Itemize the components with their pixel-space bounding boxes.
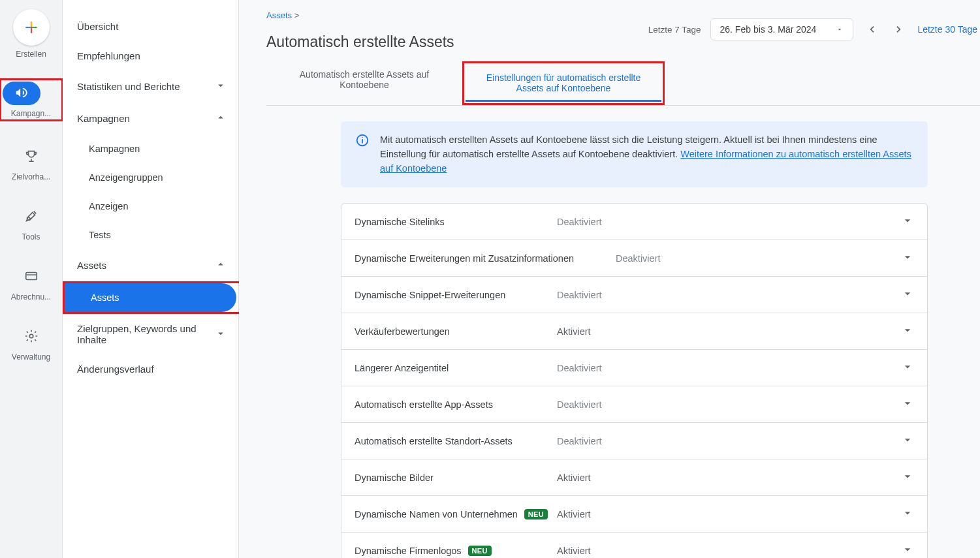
setting-title: Dynamische Snippet-Erweiterungen [355, 290, 557, 300]
nav-group[interactable]: Statistiken und Berichte [63, 70, 238, 102]
rail-item-gear[interactable]: Verwaltung [0, 325, 63, 362]
nav-group-label: Assets [77, 260, 106, 271]
chevron-down-icon [901, 324, 914, 339]
chevron-down-icon [901, 506, 914, 521]
setting-status: Aktiviert [557, 473, 591, 483]
chevron-up-icon [215, 112, 227, 125]
setting-title-text: Automatisch erstellte App-Assets [355, 399, 493, 410]
chevron-up-icon [215, 258, 227, 272]
chevron-down-icon [901, 543, 914, 558]
neu-badge: NEU [468, 546, 492, 556]
main-content: Assets > Letzte 7 Tage 26. Feb bis 3. Mä… [239, 0, 980, 558]
nav-subitem[interactable]: Assets [65, 283, 236, 312]
setting-title-text: Automatisch erstellte Standort-Assets [355, 436, 513, 446]
setting-title: Automatisch erstellte App-Assets [355, 399, 557, 410]
nav-subitem[interactable]: Tests [63, 221, 238, 249]
rail-item-card[interactable]: Abrechnu... [0, 265, 63, 302]
info-text-wrap: Mit automatisch erstellten Assets auf Ko… [380, 133, 913, 176]
setting-row[interactable]: Dynamische Erweiterungen mit Zusatzinfor… [341, 240, 928, 276]
setting-title-text: Dynamische Namen von Unternehmen [355, 509, 518, 519]
setting-title-text: Dynamische Firmenlogos [355, 546, 462, 556]
setting-status: Deaktiviert [557, 217, 602, 227]
chevron-down-icon [901, 433, 914, 448]
chevron-down-icon [215, 80, 227, 93]
setting-title-text: Dynamische Erweiterungen mit Zusatzinfor… [355, 253, 574, 264]
setting-status: Aktiviert [557, 509, 591, 519]
setting-row[interactable]: Dynamische Snippet-ErweiterungenDeaktivi… [341, 276, 928, 313]
setting-title: Dynamische Sitelinks [355, 217, 557, 227]
setting-title: Dynamische Erweiterungen mit Zusatzinfor… [355, 253, 616, 264]
nav-subitem[interactable]: Anzeigen [63, 192, 238, 221]
rail-label: Zielvorha... [3, 172, 60, 181]
nav-link[interactable]: Empfehlungen [63, 41, 238, 70]
setting-title-text: Verkäuferbewertungen [355, 326, 450, 337]
chevron-left-icon [865, 23, 878, 36]
chevron-down-icon [901, 470, 914, 485]
rail-label: Kampagn... [3, 109, 60, 118]
nav-group[interactable]: Kampagnen [63, 102, 238, 134]
nav-group[interactable]: Assets [63, 249, 238, 281]
rail-item-tools[interactable]: Tools [0, 205, 63, 241]
setting-title: Dynamische Namen von UnternehmenNEU [355, 509, 557, 519]
plus-icon [23, 19, 40, 36]
chevron-down-icon [901, 251, 914, 266]
nav-subitem[interactable]: Anzeigengruppen [63, 163, 238, 192]
nav-link[interactable]: Übersicht [63, 12, 238, 41]
chevron-right-icon [893, 23, 906, 36]
setting-title: Automatisch erstellte Standort-Assets [355, 436, 557, 446]
create-label: Erstellen [3, 50, 60, 59]
trophy-icon [12, 145, 50, 168]
dropdown-icon [836, 25, 844, 33]
create-button-wrap: Erstellen [3, 9, 60, 59]
nav-group-label: Zielgruppen, Keywords und Inhalte [77, 323, 215, 345]
setting-status: Aktiviert [557, 546, 591, 556]
nav-group-label: Statistiken und Berichte [77, 81, 180, 92]
tab[interactable]: Einstellungen für automatisch erstellte … [466, 65, 661, 102]
setting-row[interactable]: VerkäuferbewertungenAktiviert [341, 313, 928, 349]
breadcrumb-sep: > [294, 10, 300, 20]
rail-item-megaphone[interactable]: Kampagn... [0, 78, 63, 121]
setting-row[interactable]: Längerer AnzeigentitelDeaktiviert [341, 349, 928, 386]
setting-title-text: Längerer Anzeigentitel [355, 363, 449, 373]
date-controls: Letzte 7 Tage 26. Feb bis 3. Mär 2024 Le… [648, 18, 980, 40]
setting-status: Deaktiviert [557, 436, 602, 446]
setting-title: Verkäuferbewertungen [355, 326, 557, 337]
tools-icon [12, 205, 50, 228]
nav-panel: ÜbersichtEmpfehlungenStatistiken und Ber… [63, 0, 239, 558]
setting-row[interactable]: Automatisch erstellte Standort-AssetsDea… [341, 422, 928, 459]
nav-link[interactable]: Änderungsverlauf [63, 354, 238, 384]
info-icon [355, 133, 370, 147]
setting-status: Deaktiviert [557, 399, 602, 410]
nav-subitem[interactable]: Kampagnen [63, 134, 238, 163]
setting-title: Längerer Anzeigentitel [355, 363, 557, 373]
date-range-label: Letzte 7 Tage [648, 25, 701, 35]
megaphone-icon [3, 82, 40, 105]
setting-status: Deaktiviert [557, 363, 602, 373]
highlight-box: Kampagn... [0, 78, 63, 121]
setting-title-text: Dynamische Bilder [355, 473, 434, 483]
neu-badge: NEU [524, 509, 548, 519]
breadcrumb-link[interactable]: Assets [266, 10, 292, 20]
date-range-value: 26. Feb bis 3. Mär 2024 [720, 24, 817, 35]
nav-group[interactable]: Zielgruppen, Keywords und Inhalte [63, 314, 238, 354]
create-button[interactable] [13, 9, 50, 46]
setting-row[interactable]: Dynamische SitelinksDeaktiviert [341, 203, 928, 240]
tab[interactable]: Automatisch erstellte Assets auf Kontoeb… [266, 61, 462, 105]
setting-row[interactable]: Dynamische FirmenlogosNEUAktiviert [341, 532, 928, 558]
rail-item-trophy[interactable]: Zielvorha... [0, 145, 63, 181]
date-prev-button[interactable] [862, 20, 881, 39]
date-range-picker[interactable]: 26. Feb bis 3. Mär 2024 [710, 18, 854, 40]
tabs: Automatisch erstellte Assets auf Kontoeb… [266, 61, 980, 106]
last-30-days-link[interactable]: Letzte 30 Tage [917, 24, 980, 35]
side-rail: Erstellen Kampagn...Zielvorha...ToolsAbr… [0, 0, 63, 558]
setting-row[interactable]: Dynamische BilderAktiviert [341, 459, 928, 495]
chevron-down-icon [901, 397, 914, 412]
setting-row[interactable]: Automatisch erstellte App-AssetsDeaktivi… [341, 386, 928, 422]
date-next-button[interactable] [890, 20, 908, 39]
setting-title: Dynamische FirmenlogosNEU [355, 546, 557, 556]
chevron-down-icon [901, 214, 914, 229]
setting-title: Dynamische Bilder [355, 473, 557, 483]
setting-row[interactable]: Dynamische Namen von UnternehmenNEUAktiv… [341, 495, 928, 532]
setting-title-text: Dynamische Snippet-Erweiterungen [355, 290, 505, 300]
chevron-down-icon [901, 287, 914, 302]
